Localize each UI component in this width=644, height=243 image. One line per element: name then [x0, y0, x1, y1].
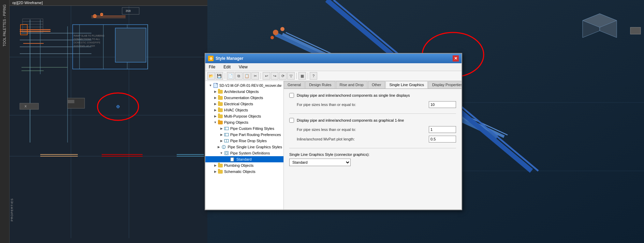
dialog-body: ▼ SD-V2-M-GF-DR-01-REV-00_recover.dw ▶ A…: [205, 81, 462, 210]
form-row-checkbox1: Display pipe and inline/anchored compone…: [289, 93, 456, 98]
toolbar-copy-btn[interactable]: ⧉: [235, 72, 243, 80]
dialog-app-icon: ⚙: [208, 56, 214, 61]
form-section-2: Display pipe and inline/anchored compone…: [289, 118, 456, 143]
svg-text:358: 358: [126, 9, 131, 13]
form-input-row-1: For pipe sizes less than or equal to:: [297, 101, 456, 108]
tree-item-plumbing[interactable]: ▶ Plumbing Objects: [205, 162, 283, 168]
form-divider-2: [289, 148, 456, 148]
input-pipe-size-2[interactable]: [429, 126, 456, 133]
tree-icon-plumb: [218, 163, 223, 168]
menu-edit[interactable]: Edit: [221, 64, 233, 70]
toolbar-help-btn[interactable]: ?: [310, 72, 317, 80]
svg-rect-67: [630, 27, 641, 34]
toolbar-save-btn[interactable]: 💾: [216, 72, 223, 80]
tree-label-piping: Piping Objects: [224, 120, 248, 124]
tab-general[interactable]: General: [284, 81, 305, 89]
tree-expander-piping[interactable]: ▼: [213, 120, 218, 125]
svg-text:CONNECTIONS TO ALL: CONNECTIONS TO ALL: [74, 38, 100, 40]
svg-point-47: [100, 13, 103, 16]
tree-root[interactable]: ▼ SD-V2-M-GF-DR-01-REV-00_recover.dw: [205, 82, 283, 89]
svg-rect-78: [231, 158, 234, 161]
tree-expander-schema[interactable]: ▶: [213, 169, 218, 174]
tree-expander-single[interactable]: ▶: [216, 145, 221, 149]
svg-point-59: [280, 27, 284, 31]
toolbar-cut-btn[interactable]: ✂: [251, 72, 259, 80]
tab-single-line-graphics[interactable]: Single Line Graphics: [385, 81, 428, 89]
tree-label-multi: Multi-Purpose Objects: [224, 114, 261, 118]
toolbar-refresh-btn[interactable]: ⟳: [279, 72, 287, 80]
checkbox-single-line-display[interactable]: [289, 93, 294, 98]
tab-rise-drop[interactable]: Rise and Drop: [336, 81, 367, 89]
menu-file[interactable]: File: [207, 64, 217, 70]
tab-content-single-line: Display pipe and inline/anchored compone…: [284, 89, 462, 210]
tree-item-routing[interactable]: ▶ Pipe Part Routing Preferences: [205, 132, 283, 138]
toolbar-redo-btn[interactable]: ↪: [271, 72, 278, 80]
toolbar-new-btn[interactable]: 📄: [227, 72, 234, 80]
tree-expander-hvac[interactable]: ▶: [213, 108, 218, 112]
tree-label-schema: Schematic Objects: [224, 170, 255, 174]
tree-expander-sysdef[interactable]: ▼: [219, 151, 224, 156]
svg-rect-45: [115, 28, 146, 62]
tree-expander-elec[interactable]: ▶: [213, 102, 218, 106]
menu-view[interactable]: View: [237, 64, 250, 70]
tree-item-hvac[interactable]: ▶ HVAC Objects: [205, 107, 283, 113]
tree-label-rise: Pipe Rise Drop Styles: [230, 139, 267, 143]
tree-item-single-line[interactable]: ▶ Pipe Single Line Graphics Styles: [205, 144, 283, 150]
tree-expander-routing[interactable]: ▶: [219, 132, 224, 137]
tree-label-doc: Documentation Objects: [224, 96, 263, 100]
toolbar-undo-btn[interactable]: ↩: [263, 72, 270, 80]
toolbar-filter-btn[interactable]: ▽: [287, 72, 295, 80]
label-pipe-size-1: For pipe sizes less than or equal to:: [297, 103, 427, 107]
form-input-row-2: For pipe sizes less than or equal to:: [297, 126, 456, 133]
tab-design-rules[interactable]: Design Rules: [305, 81, 335, 89]
tree-label-hvac: HVAC Objects: [224, 108, 248, 112]
tree-expander-rise[interactable]: ▶: [219, 138, 224, 143]
tree-item-multipurpose[interactable]: ▶ Multi-Purpose Objects: [205, 113, 283, 119]
toolbar-grid-btn[interactable]: ▦: [298, 72, 306, 80]
dialog-titlebar[interactable]: ⚙ Style Manager ✕: [205, 54, 462, 63]
dialog-close-button[interactable]: ✕: [453, 55, 459, 62]
toolbar-open-btn[interactable]: 📂: [207, 72, 215, 80]
tree-item-electrical[interactable]: ▶ Electrical Objects: [205, 101, 283, 107]
svg-rect-70: [224, 133, 229, 136]
svg-point-60: [270, 36, 274, 39]
tree-item-pipe-fitting[interactable]: ▶ Pipe Custom Fitting Styles: [205, 125, 283, 132]
tab-other[interactable]: Other: [368, 81, 385, 89]
tree-icon-fitting: [224, 126, 229, 131]
dialog-title-text: Style Manager: [216, 56, 243, 61]
dialog-title-left: ⚙ Style Manager: [208, 56, 243, 61]
tree-item-standard[interactable]: Standard: [205, 156, 283, 162]
toolbar-paste-btn[interactable]: 📋: [243, 72, 251, 80]
tree-item-system-def[interactable]: ▼ Pipe System Definitions: [205, 150, 283, 156]
tree-expander-doc[interactable]: ▶: [213, 95, 218, 100]
tree-panel[interactable]: ▼ SD-V2-M-GF-DR-01-REV-00_recover.dw ▶ A…: [205, 81, 284, 210]
tree-expander-plumb[interactable]: ▶: [213, 163, 218, 168]
form-input-row-3: Inline/anchored MvPart plot length:: [297, 136, 456, 143]
cad-drawing-left[interactable]: X RAMP SLAB TO PLUMBING CONNECTIONS TO A…: [10, 6, 207, 242]
tree-label-routing: Pipe Part Routing Preferences: [230, 133, 281, 137]
label-style-selector: Single Line Graphics Style (connector gr…: [289, 152, 456, 157]
tree-item-documentation[interactable]: ▶ Documentation Objects: [205, 95, 283, 101]
tree-expander-root[interactable]: ▼: [208, 83, 213, 88]
tree-icon-root: [213, 83, 218, 88]
checkbox-graphical-1line[interactable]: [289, 118, 294, 123]
cad-canvas-left[interactable]: op][2D Wireframe]: [10, 0, 207, 243]
dropdown-style[interactable]: Standard: [289, 159, 351, 166]
tab-display-properties[interactable]: Display Properties: [428, 81, 462, 89]
tree-item-schematic[interactable]: ▶ Schematic Objects: [205, 168, 283, 175]
tree-item-rise-drop[interactable]: ▶ Pipe Rise Drop Styles: [205, 138, 283, 144]
tree-icon-sysdef: [224, 151, 229, 156]
tree-item-piping[interactable]: ▼ Piping Objects: [205, 119, 283, 125]
tree-expander-arch[interactable]: ▶: [213, 89, 218, 94]
input-pipe-size-1[interactable]: [429, 101, 456, 108]
sidebar-tab-palettes[interactable]: TOOL PALETTES - PIPING: [2, 2, 7, 49]
tree-expander-fitting[interactable]: ▶: [219, 126, 224, 131]
input-mvpart[interactable]: [429, 136, 456, 143]
tree-label-single: Pipe Single Line Graphics Styles: [228, 145, 282, 149]
tree-label-fitting: Pipe Custom Fitting Styles: [230, 126, 274, 131]
tree-expander-multi[interactable]: ▶: [213, 114, 218, 119]
cad-title: op][2D Wireframe]: [10, 0, 207, 6]
tree-item-architectural[interactable]: ▶ Architectural Objects: [205, 89, 283, 95]
form-section-3: Single Line Graphics Style (connector gr…: [289, 152, 456, 166]
tree-label-elec: Electrical Objects: [224, 102, 253, 106]
